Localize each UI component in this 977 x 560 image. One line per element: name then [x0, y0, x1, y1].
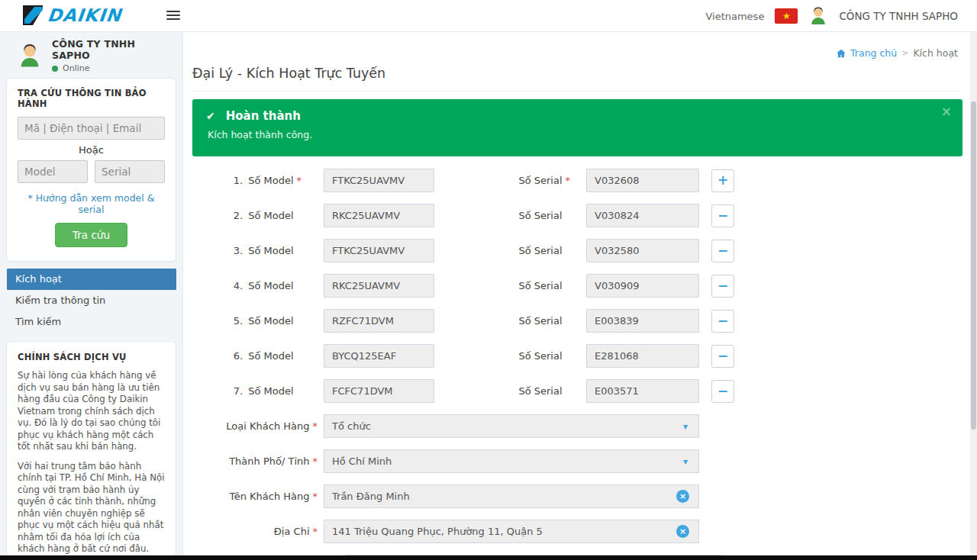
- daikin-logo-icon: [23, 5, 43, 25]
- text-field[interactable]: Trần Đăng Minh ×: [324, 484, 699, 508]
- page-title: Đại Lý - Kích Hoạt Trực Tuyến: [192, 66, 385, 81]
- policy-paragraph-2: Với hai trung tâm bảo hành chính tại TP.…: [18, 461, 165, 555]
- sidebar-menu-item[interactable]: Tìm kiếm: [0, 311, 182, 333]
- serial-label: Số Serial*: [434, 210, 570, 221]
- remove-row-button[interactable]: −: [711, 275, 734, 298]
- serial-input[interactable]: [586, 274, 699, 298]
- daikin-logo-text: DAIKIN: [47, 5, 123, 25]
- add-row-button[interactable]: +: [711, 169, 734, 192]
- remove-row-button[interactable]: −: [711, 310, 734, 333]
- lookup-search-button[interactable]: Tra cứu: [55, 223, 127, 247]
- header-right: Vietnamese ★ CÔNG TY TNHH SAPHO: [705, 0, 958, 32]
- daikin-logo[interactable]: DAIKIN: [23, 5, 121, 25]
- model-input[interactable]: [324, 344, 434, 368]
- select-field[interactable]: Tổ chức ▾: [324, 414, 699, 438]
- serial-input[interactable]: [586, 309, 699, 333]
- model-input[interactable]: [324, 379, 434, 403]
- breadcrumb-home-link[interactable]: Trang chủ: [836, 47, 897, 59]
- chevron-down-icon: ▾: [683, 421, 688, 432]
- customer-field-row: Tên Khách Hàng* Trần Đăng Minh ×: [192, 484, 962, 508]
- model-input[interactable]: [324, 274, 434, 298]
- vietnam-flag-icon[interactable]: ★: [775, 8, 798, 24]
- model-input[interactable]: [324, 239, 434, 262]
- sidebar-menu-item[interactable]: Kiểm tra thông tin: [0, 290, 182, 311]
- sidebar-user-name: CÔNG TY TNHH SAPHO: [52, 38, 135, 61]
- clear-field-icon[interactable]: ×: [676, 525, 689, 538]
- model-serial-row: 7.Số Model* Số Serial* −: [192, 379, 962, 403]
- serial-label: Số Serial*: [434, 315, 570, 327]
- flag-star-icon: ★: [782, 11, 791, 21]
- user-avatar-icon[interactable]: [808, 5, 828, 27]
- activation-form: 1.Số Model* Số Serial* + 2.Số Model* Số …: [192, 169, 962, 560]
- sidebar-user-panel: CÔNG TY TNHH SAPHO Online: [0, 32, 182, 78]
- customer-field-row: Thành Phố/ Tỉnh* Hồ Chí Minh ▾: [192, 449, 962, 473]
- home-icon: [836, 48, 846, 59]
- model-lookup-input[interactable]: [18, 160, 88, 183]
- serial-label: Số Serial*: [434, 280, 570, 291]
- bottom-edge-bar: [0, 555, 977, 560]
- model-label: 1.Số Model*: [192, 175, 301, 186]
- model-serial-row: 2.Số Model* Số Serial* −: [192, 204, 962, 227]
- model-serial-row: 3.Số Model* Số Serial* −: [192, 239, 962, 262]
- field-label: Loại Khách Hàng*: [192, 420, 318, 432]
- scrollbar-thumb[interactable]: [971, 101, 976, 430]
- lookup-title: TRA CỨU THÔNG TIN BẢO HÀNH: [18, 88, 165, 109]
- page-scrollbar[interactable]: [970, 32, 977, 560]
- field-label: Tên Khách Hàng*: [192, 491, 318, 502]
- sidebar: CÔNG TY TNHH SAPHO Online TRA CỨU THÔNG …: [0, 32, 183, 560]
- text-field[interactable]: 141 Triệu Quang Phục, Phường 11, Quận 5 …: [324, 520, 699, 543]
- service-policy-card: CHÍNH SÁCH DỊCH VỤ Sự hài lòng của khách…: [6, 341, 176, 560]
- policy-title: CHÍNH SÁCH DỊCH VỤ: [18, 352, 165, 362]
- serial-label: Số Serial*: [434, 385, 570, 397]
- serial-label: Số Serial*: [434, 245, 570, 256]
- sidebar-user-avatar-icon: [17, 42, 43, 70]
- model-label: 3.Số Model*: [192, 245, 301, 256]
- or-label: Hoặc: [18, 144, 165, 156]
- model-serial-row: 5.Số Model* Số Serial* −: [192, 309, 962, 333]
- breadcrumb: Trang chủ > Kích hoạt: [836, 47, 958, 59]
- customer-field-row: Loại Khách Hàng* Tổ chức ▾: [192, 414, 962, 438]
- policy-paragraph-1: Sự hài lòng của khách hàng về dịch vụ sa…: [18, 370, 165, 453]
- model-input[interactable]: [324, 309, 434, 333]
- remove-row-button[interactable]: −: [711, 240, 734, 262]
- model-input[interactable]: [324, 169, 434, 192]
- serial-lookup-input[interactable]: [95, 160, 165, 183]
- online-status-label: Online: [63, 63, 89, 73]
- alert-close-icon[interactable]: ×: [941, 105, 952, 118]
- model-label: 2.Số Model*: [192, 210, 301, 221]
- language-label[interactable]: Vietnamese: [705, 11, 764, 22]
- model-serial-guide-link[interactable]: * Hướng dẫn xem model & serial: [18, 192, 165, 215]
- model-serial-rows: 1.Số Model* Số Serial* + 2.Số Model* Số …: [192, 169, 962, 403]
- hamburger-menu-icon[interactable]: [166, 11, 180, 22]
- serial-input[interactable]: [586, 204, 699, 227]
- serial-input[interactable]: [586, 344, 699, 368]
- field-label: Thành Phố/ Tỉnh*: [192, 455, 318, 467]
- online-status-dot: [52, 66, 58, 72]
- clear-field-icon[interactable]: ×: [676, 490, 689, 503]
- title-divider: [192, 91, 962, 92]
- top-header: DAIKIN Vietnamese ★ CÔNG TY TNHH SAPHO: [0, 0, 977, 32]
- model-serial-row: 1.Số Model* Số Serial* +: [192, 169, 962, 192]
- header-user-name[interactable]: CÔNG TY TNHH SAPHO: [839, 10, 958, 22]
- remove-row-button[interactable]: −: [711, 345, 734, 368]
- serial-input[interactable]: [586, 239, 699, 262]
- serial-input[interactable]: [586, 379, 699, 403]
- select-field[interactable]: Hồ Chí Minh ▾: [324, 449, 699, 473]
- check-icon: ✔: [206, 110, 215, 122]
- sidebar-menu-item[interactable]: Kích hoạt: [7, 269, 176, 290]
- breadcrumb-separator: >: [901, 48, 908, 58]
- serial-label: Số Serial*: [434, 350, 570, 362]
- serial-input[interactable]: [586, 169, 699, 192]
- model-serial-row: 4.Số Model* Số Serial* −: [192, 274, 962, 298]
- code-phone-email-input[interactable]: [18, 117, 165, 140]
- model-label: 4.Số Model*: [192, 280, 301, 291]
- customer-field-row: Địa Chỉ* 141 Triệu Quang Phục, Phường 11…: [192, 520, 962, 543]
- field-label: Địa Chỉ*: [192, 526, 318, 537]
- remove-row-button[interactable]: −: [711, 380, 734, 403]
- model-input[interactable]: [324, 204, 434, 227]
- main-content: Trang chủ > Kích hoạt Đại Lý - Kích Hoạt…: [183, 32, 970, 560]
- model-serial-row: 6.Số Model* Số Serial* −: [192, 344, 962, 368]
- alert-title: Hoàn thành: [226, 109, 301, 123]
- customer-fields: Loại Khách Hàng* Tổ chức ▾ Thành Phố/ Tỉ…: [192, 414, 962, 543]
- remove-row-button[interactable]: −: [711, 204, 734, 227]
